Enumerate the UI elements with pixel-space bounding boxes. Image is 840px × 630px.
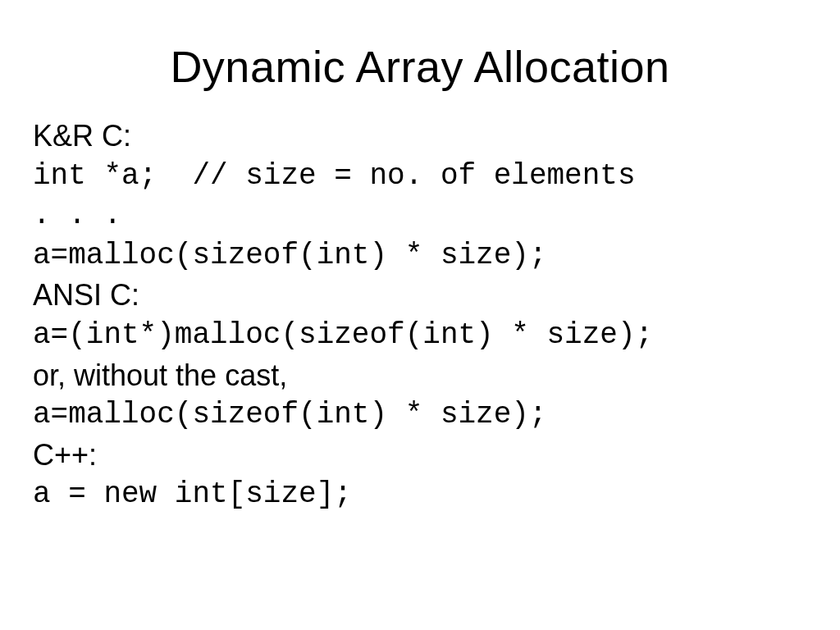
label-note: or, without the cast, [33, 356, 807, 396]
slide-body: K&R C: int *a; // size = no. of elements… [33, 116, 807, 515]
label-cpp: C++: [33, 436, 807, 476]
code-line: a=malloc(sizeof(int) * size); [33, 236, 807, 276]
label-ansi-c: ANSI C: [33, 276, 807, 316]
code-line: a = new int[size]; [33, 475, 807, 515]
label-kr-c: K&R C: [33, 116, 807, 157]
code-line: a=malloc(sizeof(int) * size); [33, 395, 807, 436]
code-line: . . . [33, 196, 807, 236]
code-line: a=(int*)malloc(sizeof(int) * size); [33, 316, 807, 356]
slide: Dynamic Array Allocation K&R C: int *a; … [0, 0, 840, 630]
code-line: int *a; // size = no. of elements [33, 157, 807, 197]
slide-title: Dynamic Array Allocation [33, 41, 807, 92]
